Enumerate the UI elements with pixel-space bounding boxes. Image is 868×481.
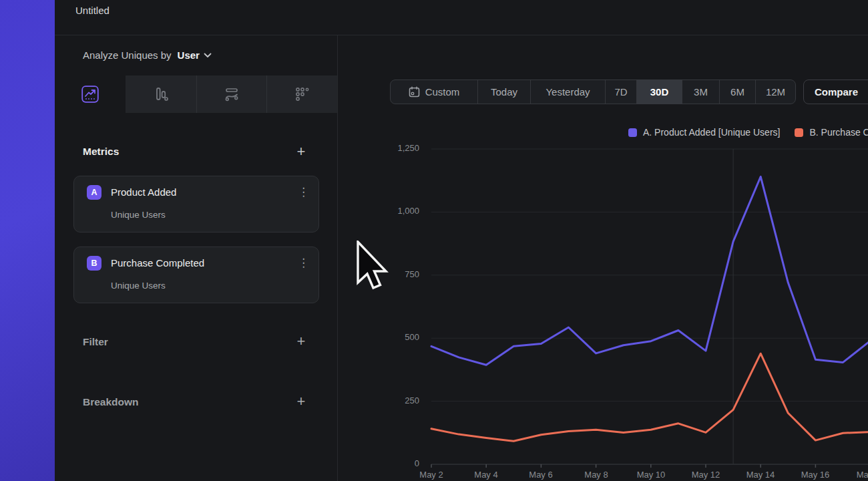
left-accent-strip xyxy=(0,0,55,481)
analyze-label: Analyze Uniques by xyxy=(83,49,172,61)
filter-section-title: Filter xyxy=(83,336,108,348)
x-axis-tick: May 2 xyxy=(405,470,458,480)
range-label: 30D xyxy=(650,86,669,98)
metrics-section-title: Metrics xyxy=(83,146,119,158)
legend-label: B. Purchase Completed [Unique Users] xyxy=(809,127,868,138)
x-axis-tick: May 10 xyxy=(624,470,678,480)
metric-name[interactable]: Product Added xyxy=(111,186,176,198)
range-label: 6M xyxy=(730,86,744,98)
bar-chart-icon xyxy=(152,86,170,103)
x-axis-tick: May 18 xyxy=(844,470,868,480)
metric-card-b[interactable]: B Purchase Completed ⋮ Unique Users xyxy=(73,247,319,303)
chart-legend: A. Product Added [Unique Users] B. Purch… xyxy=(628,127,868,138)
legend-item-a[interactable]: A. Product Added [Unique Users] xyxy=(628,127,780,138)
analytics-app-window: Untitled Analyze Uniques by User xyxy=(0,0,868,481)
range-custom[interactable]: Custom xyxy=(391,80,477,104)
header-divider xyxy=(55,35,868,35)
y-axis-tick: 1,000 xyxy=(373,206,419,216)
sidebar-divider xyxy=(337,35,338,481)
flow-icon xyxy=(223,86,240,103)
x-axis-tick: May 6 xyxy=(514,470,568,480)
calendar-icon xyxy=(409,86,420,98)
line-chart-plot[interactable] xyxy=(431,144,868,472)
metric-measure[interactable]: Unique Users xyxy=(111,281,166,291)
range-label: Yesterday xyxy=(546,86,590,98)
add-filter-button[interactable]: + xyxy=(293,334,309,350)
range-3m[interactable]: 3M xyxy=(682,80,719,104)
metric-menu-icon[interactable]: ⋮ xyxy=(298,256,309,271)
tab-retention-grid[interactable] xyxy=(266,75,337,113)
range-label: 12M xyxy=(766,86,785,98)
retention-grid-icon xyxy=(294,86,311,103)
legend-label: A. Product Added [Unique Users] xyxy=(643,127,780,138)
compare-button[interactable]: Compare xyxy=(803,79,868,104)
legend-swatch-b xyxy=(795,128,803,137)
analyze-uniques-row: Analyze Uniques by User xyxy=(83,49,212,61)
tab-flow[interactable] xyxy=(196,75,267,113)
breakdown-section-title: Breakdown xyxy=(83,396,139,408)
add-metric-button[interactable]: + xyxy=(293,144,309,160)
chevron-down-icon[interactable] xyxy=(204,53,212,58)
mouse-cursor xyxy=(356,240,389,291)
y-axis-tick: 1,250 xyxy=(373,143,419,153)
range-label: 3M xyxy=(694,86,708,98)
range-6m[interactable]: 6M xyxy=(719,80,755,104)
x-axis-tick: May 14 xyxy=(734,470,787,480)
range-label: 7D xyxy=(614,86,627,98)
range-label: Custom xyxy=(425,86,460,98)
chart-type-tabs xyxy=(55,75,337,113)
range-7d[interactable]: 7D xyxy=(605,80,636,104)
metric-badge-a: A xyxy=(87,185,101,200)
date-range-control: Custom Today Yesterday 7D 30D 3M 6M 12M xyxy=(390,79,796,104)
x-axis-tick: May 4 xyxy=(459,470,513,480)
range-yesterday[interactable]: Yesterday xyxy=(530,80,605,104)
tab-bar-chart[interactable] xyxy=(126,75,196,113)
add-breakdown-button[interactable]: + xyxy=(293,394,309,410)
y-axis-tick: 500 xyxy=(373,332,419,342)
range-label: Today xyxy=(491,86,517,98)
y-axis-tick: 250 xyxy=(373,395,419,406)
y-axis-tick: 0 xyxy=(373,458,419,468)
metric-card-a[interactable]: A Product Added ⋮ Unique Users xyxy=(73,176,319,232)
legend-item-b[interactable]: B. Purchase Completed [Unique Users] xyxy=(795,127,868,138)
x-axis-tick: May 8 xyxy=(570,470,623,480)
range-30d[interactable]: 30D xyxy=(636,80,682,104)
tab-line-chart[interactable] xyxy=(55,75,126,113)
metric-badge-b: B xyxy=(87,256,101,271)
range-today[interactable]: Today xyxy=(477,80,530,104)
metric-measure[interactable]: Unique Users xyxy=(111,210,166,220)
legend-swatch-a xyxy=(628,128,637,137)
metric-menu-icon[interactable]: ⋮ xyxy=(298,185,309,200)
x-axis-tick: May 16 xyxy=(789,470,842,480)
line-chart-icon xyxy=(81,86,99,103)
range-12m[interactable]: 12M xyxy=(755,80,795,104)
metric-name[interactable]: Purchase Completed xyxy=(111,257,204,269)
analyze-unit-dropdown[interactable]: User xyxy=(178,49,200,61)
report-title[interactable]: Untitled xyxy=(75,5,110,16)
x-axis-tick: May 12 xyxy=(679,470,732,480)
